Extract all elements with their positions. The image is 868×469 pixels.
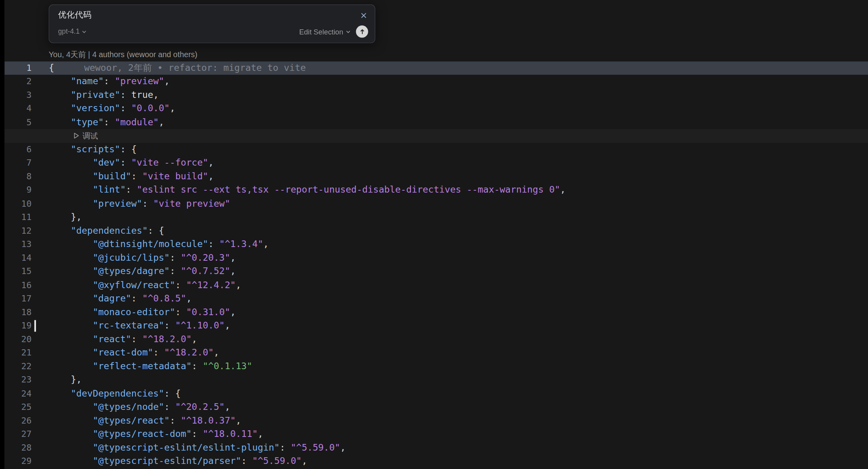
line-number[interactable]: 12 <box>4 224 35 238</box>
code-line[interactable]: 4 "version": "0.0.0", <box>4 102 868 115</box>
code-line[interactable]: 18 "monaco-editor": "0.31.0", <box>4 305 868 319</box>
code-text: "@dtinsight/molecule": "^1.3.4", <box>35 238 269 251</box>
code-text: "rc-textarea": "^1.10.0", <box>35 319 230 333</box>
code-line[interactable]: 24 "devDependencies": { <box>4 387 868 400</box>
code-line[interactable]: 2 "name": "preview", <box>4 75 868 88</box>
line-number[interactable]: 16 <box>4 278 35 292</box>
code-line[interactable]: 29 "@typescript-eslint/parser": "^5.59.0… <box>4 455 868 468</box>
code-line[interactable]: 14 "@jcubic/lips": "^0.20.3", <box>4 251 868 265</box>
code-line[interactable]: 9 "lint": "eslint src --ext ts,tsx --rep… <box>4 183 868 197</box>
line-number[interactable]: 13 <box>4 238 35 251</box>
line-number[interactable]: 23 <box>4 373 35 387</box>
code-line[interactable]: 6 "scripts": { <box>4 143 868 156</box>
edit-selection-dropdown[interactable]: Edit Selection <box>299 27 351 36</box>
line-number[interactable]: 15 <box>4 265 35 278</box>
code-line[interactable]: 28 "@typescript-eslint/eslint-plugin": "… <box>4 441 868 455</box>
line-number[interactable]: 25 <box>4 400 35 414</box>
chat-actions: Edit Selection <box>299 25 368 38</box>
model-label: gpt-4.1 <box>58 28 80 36</box>
line-number <box>4 48 35 61</box>
code-text: "@typescript-eslint/eslint-plugin": "^5.… <box>35 441 346 455</box>
code-line[interactable]: 15 "@types/dagre": "^0.7.52", <box>4 265 868 278</box>
code-line[interactable]: 17 "dagre": "^0.8.5", <box>4 292 868 305</box>
git-blame-annotation: wewoor, 2年前 • refactor: migrate to vite <box>84 62 306 73</box>
close-icon[interactable] <box>359 11 368 20</box>
line-number[interactable]: 11 <box>4 211 35 224</box>
model-selector[interactable]: gpt-4.1 <box>58 28 86 36</box>
code-line[interactable]: 8 "build": "vite build", <box>4 170 868 184</box>
line-number[interactable]: 4 <box>4 102 35 115</box>
chat-input[interactable]: 优化代码 <box>58 10 360 20</box>
chat-bottom-row: gpt-4.1 Edit Selection <box>58 25 368 38</box>
code-line[interactable]: 22 "reflect-metadata": "^0.1.13" <box>4 360 868 373</box>
code-line[interactable]: 19 "rc-textarea": "^1.10.0", <box>4 319 868 333</box>
text-cursor <box>34 320 36 332</box>
code-line[interactable]: 27 "@types/react-dom": "^18.0.11", <box>4 428 868 441</box>
code-line[interactable]: 20 "react": "^18.2.0", <box>4 332 868 346</box>
chevron-down-icon <box>82 30 86 33</box>
code-text: "build": "vite build", <box>35 170 214 184</box>
code-line[interactable]: 5 "type": "module", <box>4 115 868 129</box>
play-icon <box>74 132 79 139</box>
line-number[interactable]: 20 <box>4 332 35 346</box>
line-number[interactable]: 7 <box>4 156 35 170</box>
code-text: "dagre": "^0.8.5", <box>35 292 192 305</box>
code-text: "private": true, <box>35 88 158 102</box>
line-number[interactable]: 9 <box>4 183 35 197</box>
code-line[interactable]: 7 "dev": "vite --force", <box>4 156 868 170</box>
line-number[interactable]: 2 <box>4 75 35 88</box>
code-text: "type": "module", <box>35 115 164 129</box>
codelens[interactable]: 调试 <box>35 129 98 143</box>
code-line[interactable]: 12 "dependencies": { <box>4 224 868 238</box>
code-line[interactable]: 23 }, <box>4 373 868 387</box>
line-number[interactable]: 22 <box>4 360 35 373</box>
code-line[interactable]: 3 "private": true, <box>4 88 868 102</box>
code-line[interactable]: 11 }, <box>4 211 868 224</box>
code-line[interactable]: 21 "react-dom": "^18.2.0", <box>4 346 868 360</box>
code-line[interactable]: 10 "preview": "vite preview" <box>4 197 868 211</box>
line-number[interactable]: 18 <box>4 305 35 319</box>
code-text: "reflect-metadata": "^0.1.13" <box>35 360 252 373</box>
line-number[interactable]: 14 <box>4 251 35 265</box>
code-line[interactable]: 26 "@types/react": "^18.0.37", <box>4 414 868 428</box>
code-text: "@xyflow/react": "^12.4.2", <box>35 278 241 292</box>
line-number[interactable]: 29 <box>4 455 35 468</box>
code-text: "dependencies": { <box>35 224 164 238</box>
codelens-row[interactable]: 调试 <box>4 129 868 143</box>
line-number[interactable]: 28 <box>4 441 35 455</box>
code-text: "name": "preview", <box>35 75 170 88</box>
code-text: "preview": "vite preview" <box>35 197 230 211</box>
codelens-label: You, 4天前 | 4 authors (wewoor and others) <box>49 48 197 61</box>
code-text: "@types/react": "^18.0.37", <box>35 414 241 428</box>
code-text: {wewoor, 2年前 • refactor: migrate to vite <box>35 61 306 75</box>
code-text: }, <box>35 211 82 224</box>
line-number[interactable]: 8 <box>4 170 35 184</box>
line-number[interactable]: 24 <box>4 387 35 400</box>
code-text: "version": "0.0.0", <box>35 102 175 115</box>
line-number[interactable]: 1 <box>4 61 35 75</box>
chevron-down-icon <box>346 30 350 33</box>
code-text: "dev": "vite --force", <box>35 156 214 170</box>
send-button[interactable] <box>356 25 368 38</box>
line-number[interactable]: 5 <box>4 115 35 129</box>
mode-label: Edit Selection <box>299 27 343 36</box>
code-text: "scripts": { <box>35 143 137 156</box>
code-text: "devDependencies": { <box>35 387 181 400</box>
codelens-row[interactable]: You, 4天前 | 4 authors (wewoor and others) <box>4 48 868 61</box>
line-number[interactable]: 6 <box>4 143 35 156</box>
code-text: "@jcubic/lips": "^0.20.3", <box>35 251 236 265</box>
code-line[interactable]: 25 "@types/node": "^20.2.5", <box>4 400 868 414</box>
line-number[interactable]: 10 <box>4 197 35 211</box>
line-number[interactable]: 19 <box>4 319 35 333</box>
line-number[interactable]: 17 <box>4 292 35 305</box>
code-line[interactable]: 1{wewoor, 2年前 • refactor: migrate to vit… <box>4 61 868 75</box>
line-number[interactable]: 27 <box>4 428 35 441</box>
line-number[interactable]: 26 <box>4 414 35 428</box>
code-line[interactable]: 13 "@dtinsight/molecule": "^1.3.4", <box>4 238 868 251</box>
arrow-up-icon <box>359 29 365 35</box>
codelens[interactable]: You, 4天前 | 4 authors (wewoor and others) <box>35 48 197 61</box>
line-number[interactable]: 3 <box>4 88 35 102</box>
code-editor[interactable]: You, 4天前 | 4 authors (wewoor and others)… <box>4 0 868 469</box>
line-number[interactable]: 21 <box>4 346 35 360</box>
code-line[interactable]: 16 "@xyflow/react": "^12.4.2", <box>4 278 868 292</box>
